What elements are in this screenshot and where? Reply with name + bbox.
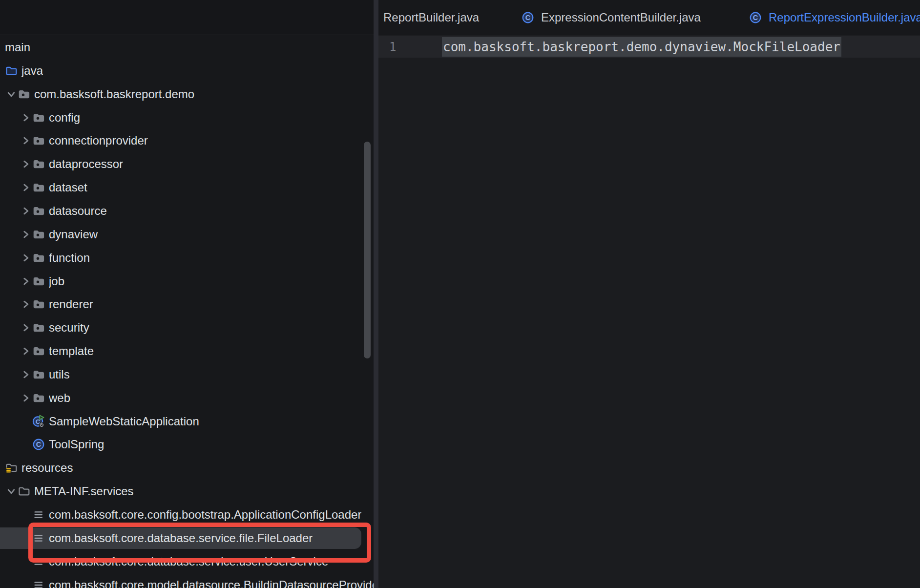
chevron-down-icon[interactable] (5, 88, 18, 101)
chevron-right-icon[interactable] (20, 368, 32, 381)
chevron-right-icon[interactable] (20, 134, 32, 147)
tree-row-com-basksoft-core-database-service-file-[interactable]: com.basksoft.core.database.service.file.… (0, 526, 374, 550)
code-editor[interactable]: 1 com.basksoft.baskreport.demo.dynaview.… (378, 35, 920, 588)
line-number-gutter: 1 (378, 40, 439, 54)
line-number: 1 (389, 40, 396, 54)
text-file-icon (32, 555, 45, 568)
chevron-right-icon[interactable] (20, 345, 32, 357)
tree-row-label: utils (49, 368, 70, 381)
chevron-right-icon[interactable] (20, 252, 32, 264)
tree-row-label: java (21, 64, 43, 78)
chevron-right-icon[interactable] (20, 392, 32, 404)
svg-text:C: C (525, 14, 531, 21)
editor-tab-bar: ReportBuilder.javaCExpressionContentBuil… (378, 0, 920, 35)
package-folder-icon (18, 88, 30, 101)
chevron-right-icon[interactable] (20, 228, 32, 241)
tree-row-renderer[interactable]: renderer (0, 293, 374, 316)
tree-row-utils[interactable]: utils (0, 363, 374, 386)
project-tree: mainjavacom.basksoft.baskreport.democonf… (0, 0, 374, 588)
tree-row-function[interactable]: function (0, 246, 374, 270)
editor-pane: ReportBuilder.javaCExpressionContentBuil… (378, 0, 920, 588)
tree-row-resources[interactable]: resources (0, 456, 374, 480)
chevron-spacer (20, 508, 32, 521)
tree-row-label: com.basksoft.core.database.service.file.… (49, 531, 313, 545)
chevron-right-icon[interactable] (20, 158, 32, 170)
chevron-spacer (20, 555, 32, 568)
panel-resize-divider[interactable] (374, 0, 378, 588)
text-file-icon (32, 579, 45, 588)
code-content[interactable]: com.basksoft.baskreport.demo.dynaview.Mo… (442, 40, 841, 54)
tree-row-label: function (49, 251, 90, 265)
tree-row-job[interactable]: job (0, 270, 374, 293)
tree-row-label: config (49, 111, 80, 125)
java-source-folder-icon (5, 64, 18, 77)
tree-row-com-basksoft-core-model-datasource-build[interactable]: com.basksoft.core.model.datasource.Build… (0, 573, 374, 588)
tree-row-java[interactable]: java (0, 59, 374, 83)
chevron-right-icon[interactable] (20, 205, 32, 217)
tree-row-datasource[interactable]: datasource (0, 199, 374, 223)
tree-row-label: com.basksoft.core.config.bootstrap.Appli… (49, 508, 361, 522)
package-folder-icon (32, 228, 45, 241)
tree-row-dataset[interactable]: dataset (0, 176, 374, 199)
tree-row-samplewebstaticapplication[interactable]: CSampleWebStaticApplication (0, 410, 374, 433)
chevron-right-icon[interactable] (20, 298, 32, 311)
tree-row-label: com.basksoft.core.database.service.user.… (49, 555, 328, 568)
chevron-spacer (20, 438, 32, 451)
tree-row-label: dynaview (49, 228, 98, 241)
package-folder-icon (32, 321, 45, 334)
package-folder-icon (32, 368, 45, 381)
text-file-icon (32, 532, 45, 545)
tree-row-label: dataprocessor (49, 157, 123, 171)
tree-row-connectionprovider[interactable]: connectionprovider (0, 129, 374, 152)
tree-row-label: template (49, 344, 94, 358)
package-folder-icon (32, 205, 45, 217)
svg-text:C: C (36, 441, 42, 449)
tree-row-label: META-INF.services (34, 484, 134, 498)
chevron-spacer (20, 532, 32, 545)
tab-label: ReportBuilder.java (383, 11, 479, 24)
tree-row-label: job (49, 274, 64, 288)
tree-row-toolspring[interactable]: CToolSpring (0, 433, 374, 456)
package-folder-icon (32, 275, 45, 288)
tree-row-com-basksoft-core-config-bootstrap-appli[interactable]: com.basksoft.core.config.bootstrap.Appli… (0, 503, 374, 526)
tree-row-dataprocessor[interactable]: dataprocessor (0, 152, 374, 176)
tree-row-com-basksoft-core-database-service-user-[interactable]: com.basksoft.core.database.service.user.… (0, 550, 374, 573)
tree-row-dynaview[interactable]: dynaview (0, 223, 374, 246)
package-folder-icon (32, 392, 45, 404)
tree-row-label: dataset (49, 181, 87, 194)
chevron-right-icon[interactable] (20, 275, 32, 288)
tree-row-label: renderer (49, 297, 93, 311)
code-line-1: 1 com.basksoft.baskreport.demo.dynaview.… (378, 36, 920, 58)
folder-icon (18, 485, 30, 498)
tab-reportbuilder-java[interactable]: ReportBuilder.java (383, 0, 479, 35)
package-folder-icon (32, 298, 45, 311)
resources-folder-icon (5, 462, 18, 474)
tree-row-config[interactable]: config (0, 106, 374, 129)
chevron-down-icon[interactable] (5, 485, 18, 498)
tab-label: ExpressionContentBuilder.java (541, 11, 701, 24)
tree-row-com-basksoft-baskreport-demo[interactable]: com.basksoft.baskreport.demo (0, 83, 374, 106)
tree-row-meta-inf-services[interactable]: META-INF.services (0, 480, 374, 503)
spring-boot-class-icon: C (32, 415, 45, 428)
svg-text:C: C (753, 14, 758, 21)
tree-row-security[interactable]: security (0, 316, 374, 339)
tree-row-label: com.basksoft.core.model.datasource.Build… (49, 578, 374, 588)
tree-row-label: security (49, 321, 89, 335)
tree-row-label: resources (21, 461, 73, 475)
chevron-right-icon[interactable] (20, 111, 32, 124)
chevron-spacer (20, 415, 32, 428)
tree-row-web[interactable]: web (0, 386, 374, 410)
tree-row-template[interactable]: template (0, 339, 374, 363)
tab-label: ReportExpressionBuilder.java (769, 11, 920, 24)
tab-reportexpressionbuilder-java[interactable]: CReportExpressionBuilder.java (749, 0, 920, 35)
explorer-scrollbar-thumb[interactable] (364, 142, 371, 358)
package-folder-icon (32, 252, 45, 264)
chevron-right-icon[interactable] (20, 181, 32, 194)
tree-row-main[interactable]: main (0, 36, 374, 59)
tree-row-label: connectionprovider (49, 134, 148, 147)
chevron-right-icon[interactable] (20, 321, 32, 334)
java-class-icon: C (32, 438, 45, 451)
selected-code-text[interactable]: com.basksoft.baskreport.demo.dynaview.Mo… (442, 37, 841, 57)
tree-row-label: ToolSpring (49, 438, 104, 451)
tab-expressioncontentbuilder-java[interactable]: CExpressionContentBuilder.java (522, 0, 701, 35)
